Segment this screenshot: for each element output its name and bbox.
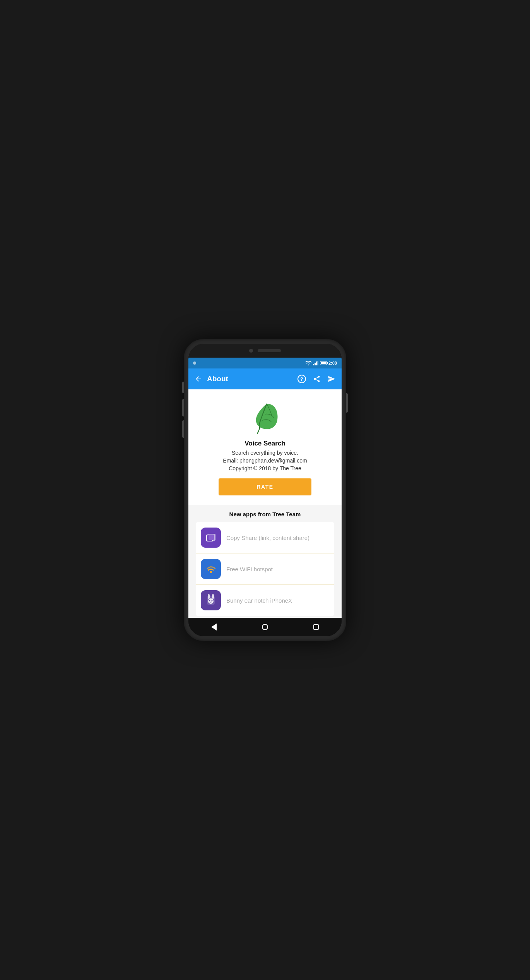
nav-recents-button[interactable] xyxy=(308,619,324,635)
nav-back-button[interactable] xyxy=(206,619,222,635)
svg-rect-7 xyxy=(209,535,214,540)
svg-rect-0 xyxy=(313,364,314,365)
status-right: 2:08 xyxy=(305,361,337,365)
app-bar-actions: ? xyxy=(297,375,335,383)
screen: 2:08 About ? xyxy=(188,358,342,636)
copy-share-icon xyxy=(201,528,221,548)
camera-dot xyxy=(249,349,253,353)
list-item[interactable]: Free WIFI hotspot xyxy=(196,553,334,585)
new-apps-title: New apps from Tree Team xyxy=(196,511,334,517)
status-left xyxy=(193,362,196,365)
share-button[interactable] xyxy=(313,375,321,383)
bottom-navigation xyxy=(188,618,342,636)
wifi-icon xyxy=(305,361,311,365)
new-apps-section: New apps from Tree Team xyxy=(188,505,342,618)
recents-square-icon xyxy=(313,624,319,630)
power-button xyxy=(346,393,348,413)
list-item[interactable]: Bunny ear notch iPhoneX xyxy=(196,585,334,616)
back-button[interactable] xyxy=(195,375,202,383)
wifi-app-icon xyxy=(201,559,221,579)
nav-home-button[interactable] xyxy=(257,619,273,635)
svg-point-12 xyxy=(208,598,214,604)
svg-rect-3 xyxy=(317,361,318,365)
app-copyright: Copyright © 2018 by The Tree xyxy=(229,465,301,471)
svg-rect-1 xyxy=(315,363,316,365)
back-triangle-icon xyxy=(211,624,217,630)
help-button[interactable]: ? xyxy=(297,375,306,383)
svg-point-13 xyxy=(209,600,210,601)
copy-share-label: Copy Share (link, content share) xyxy=(226,535,309,541)
app-name: Voice Search xyxy=(244,440,286,447)
speaker-grill xyxy=(258,349,281,352)
app-info-section: Voice Search Search everything by voice.… xyxy=(188,389,342,505)
svg-point-8 xyxy=(210,571,212,573)
volume-mute-button xyxy=(182,382,184,393)
phone-frame: 2:08 About ? xyxy=(184,339,346,641)
phone-top-decor xyxy=(188,344,342,358)
battery-fill xyxy=(321,362,326,364)
app-list: Copy Share (link, content share) xyxy=(196,522,334,616)
volume-up-button xyxy=(182,399,184,416)
bunny-icon xyxy=(201,590,221,610)
svg-rect-10 xyxy=(208,594,210,599)
svg-rect-2 xyxy=(316,362,317,365)
volume-down-button xyxy=(182,420,184,438)
battery-icon xyxy=(320,361,327,365)
rate-button[interactable]: RATE xyxy=(219,478,311,495)
app-logo xyxy=(248,400,282,435)
bunny-app-label: Bunny ear notch iPhoneX xyxy=(226,597,292,604)
send-button[interactable] xyxy=(328,375,335,383)
home-circle-icon xyxy=(262,624,268,630)
app-email: Email: phongphan.dev@gmail.com xyxy=(223,457,307,464)
wifi-app-label: Free WIFI hotspot xyxy=(226,566,273,572)
status-bar: 2:08 xyxy=(188,358,342,368)
svg-point-14 xyxy=(212,600,213,601)
svg-rect-11 xyxy=(212,594,214,599)
app-bar: About ? xyxy=(188,368,342,389)
list-item[interactable]: Copy Share (link, content share) xyxy=(196,522,334,553)
signal-dot xyxy=(193,362,196,365)
clock: 2:08 xyxy=(328,361,337,365)
app-description: Search everything by voice. xyxy=(232,450,298,456)
signal-icon xyxy=(313,361,318,365)
page-title: About xyxy=(207,375,293,383)
phone-screen: 2:08 About ? xyxy=(188,344,342,636)
content-area: Voice Search Search everything by voice.… xyxy=(188,389,342,618)
question-label: ? xyxy=(300,376,303,382)
